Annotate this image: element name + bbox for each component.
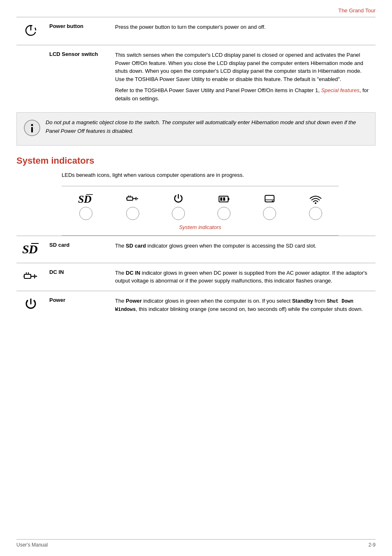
svg-rect-18 [223,197,225,201]
sd-card-icon: S D [22,242,39,256]
special-features-link[interactable]: Special features [321,87,359,93]
led-wifi [309,207,322,220]
icon-cell-power [16,17,45,45]
footer-left: User's Manual [16,542,48,548]
indicator-battery [217,193,231,220]
led-hdd [263,207,276,220]
lcd-sensor-label: LCD Sensor switch [45,45,111,109]
table-row: LCD Sensor switch This switch senses whe… [16,45,376,109]
wifi-diagram-icon [309,193,323,204]
led-battery [217,207,231,220]
svg-text:S: S [78,193,84,204]
power-button-desc: Press the power button to turn the compu… [111,17,376,45]
diagram-caption: System indicators [62,224,339,230]
indicators-diagram: S D [62,186,339,236]
notice-text: Do not put a magnetic object close to th… [46,118,369,136]
svg-text:D: D [28,242,38,256]
indicator-dcin [126,193,139,220]
power-icon [23,297,38,312]
led-dcin [126,207,139,220]
svg-rect-16 [228,198,229,200]
svg-marker-14 [137,198,138,199]
dcin-desc: The DC IN indicator glows in green when … [111,263,376,291]
content-area: Power button Press the power button to t… [0,17,392,319]
info-icon [23,119,40,139]
led-power [172,207,185,220]
section-heading: System indicators [16,155,376,166]
sd-card-diagram-icon: S D [78,193,94,204]
svg-rect-26 [24,274,31,278]
svg-marker-32 [35,275,37,277]
icon-cell-power2 [16,291,45,319]
indicator-hdd [263,193,276,220]
page-footer: User's Manual 2-9 [16,539,376,548]
table-row: Power The Power indicator glows in green… [16,291,376,319]
sd-label: SD card [45,236,111,263]
svg-rect-4 [31,127,33,132]
footer-right: 2-9 [369,542,376,548]
table-row: DC IN The DC IN indicator glows in green… [16,263,376,291]
dcin-diagram-icon [126,193,139,204]
features-table: Power button Press the power button to t… [16,17,376,108]
page-header: The Grand Tour [0,0,392,17]
notice-box: Do not put a magnetic object close to th… [16,112,376,146]
power-desc: The Power indicator glows in green when … [111,291,376,319]
power-diagram-icon [173,193,184,204]
lcd-sensor-desc: This switch senses when the computer's L… [111,45,376,109]
led-sd [79,207,92,220]
svg-text:D: D [83,193,92,204]
indicator-power [172,193,185,220]
power-button-icon [23,23,38,38]
dcin-label: DC IN [45,263,111,291]
info-circle-icon [23,119,41,137]
section-intro: LEDs beneath icons, light when various c… [62,171,376,179]
icon-cell-dcin [16,263,45,291]
table-row: S D SD card The SD card indicator glows … [16,236,376,263]
power-button-label: Power button [45,17,111,45]
svg-rect-8 [127,197,133,200]
chapter-title: The Grand Tour [338,7,376,14]
svg-point-3 [31,124,33,126]
svg-point-22 [315,202,316,204]
indicators-detail-table: S D SD card The SD card indicator glows … [16,236,376,319]
power-label: Power [45,291,111,319]
svg-text:S: S [22,242,29,256]
svg-rect-17 [220,197,222,201]
hdd-diagram-icon [264,193,275,204]
sd-desc: The SD card indicator glows green when t… [111,236,376,263]
svg-point-21 [272,200,273,202]
battery-diagram-icon [218,193,230,204]
dcin-icon [23,269,38,284]
icons-row: S D [62,193,339,220]
icon-cell-sd: S D [16,236,45,263]
table-row: Power button Press the power button to t… [16,17,376,45]
icon-cell-lcd [16,45,45,109]
indicator-wifi [309,193,323,220]
indicator-sd: S D [78,193,94,220]
